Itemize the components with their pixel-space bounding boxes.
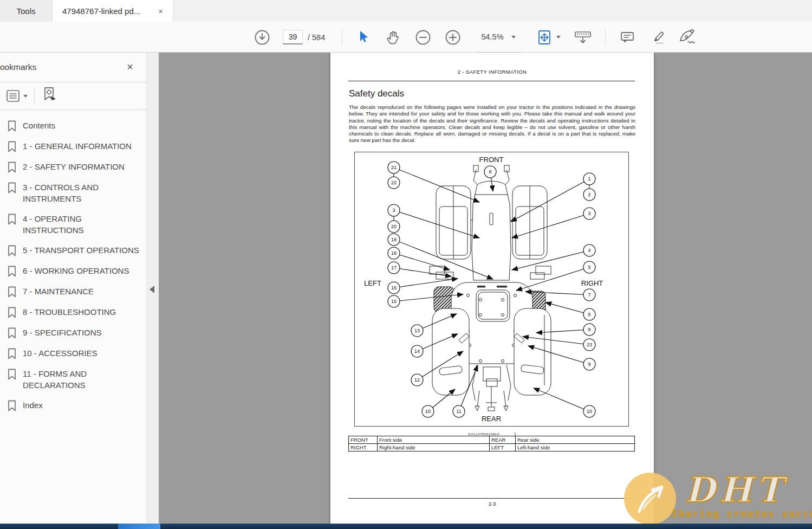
callout-number: 10 — [425, 409, 431, 414]
callout-number: 6 — [588, 312, 590, 317]
pdf-viewer-app: Tools 47948767-linked pd... × / 584 — [0, 0, 812, 529]
highlighter-icon[interactable] — [648, 22, 667, 53]
callout-arrow — [394, 279, 458, 288]
safety-decals-figure: FRONT REAR LEFT RIGHT — [354, 152, 629, 427]
page-fit-icon[interactable] — [535, 22, 554, 53]
callout-number: 13 — [414, 328, 420, 333]
comment-icon[interactable] — [618, 22, 637, 53]
callout-number: 11 — [456, 409, 461, 414]
select-cursor-icon[interactable] — [355, 22, 372, 53]
legend-table: FRONT Front side REAR Rear side RIGHT Ri… — [348, 436, 635, 451]
callout-number: 10 — [587, 409, 592, 414]
callout-number: 1 — [588, 176, 590, 182]
tab-bar: Tools 47948767-linked pd... × — [0, 0, 812, 22]
page-number-input[interactable] — [283, 30, 303, 44]
bookmark-item[interactable]: 1 - GENERAL INFORMATION — [8, 140, 143, 152]
bookmark-item-label: 5 - TRANSPORT OPERATIONS — [23, 244, 139, 256]
zoom-caret-icon — [511, 36, 516, 38]
legend-cell: Rear side — [516, 436, 635, 444]
bookmarks-header: ookmarks × — [0, 53, 146, 82]
bookmark-item[interactable]: 11 - FORMS AND DECLARATIONS — [8, 368, 143, 391]
callout-number: 15 — [391, 299, 397, 304]
bottom-bar — [0, 524, 812, 529]
callout-number: 5 — [588, 264, 590, 270]
bookmark-item-label: 6 - WORKING OPERATIONS — [23, 265, 129, 277]
toolbar-separator — [605, 29, 606, 46]
callout-number: 3 — [588, 211, 590, 216]
bottom-bar-highlight — [118, 524, 160, 529]
callout-number: 14 — [414, 349, 420, 354]
page-total-label: / 584 — [308, 22, 325, 53]
callout-number: 23 — [587, 342, 592, 347]
collapse-left-icon[interactable] — [150, 286, 154, 293]
bookmark-item[interactable]: 9 - SPECIFICATIONS — [8, 327, 143, 339]
legend-cell: LEFT — [490, 444, 516, 451]
bookmark-item[interactable]: 7 - MAINTENANCE — [8, 286, 143, 298]
tab-document-label: 47948767-linked pd... — [62, 7, 140, 16]
bookmark-item-label: 4 - OPERATING INSTRUCTIONS — [23, 213, 143, 236]
tab-close-icon[interactable]: × — [158, 7, 163, 15]
bookmark-item-label: Contents — [23, 120, 55, 132]
legend-cell: REAR — [490, 436, 516, 444]
bookmark-item-label: 8 - TROUBLESHOOTING — [23, 306, 116, 318]
bookmark-item[interactable]: 4 - OPERATING INSTRUCTIONS — [8, 213, 143, 236]
bookmark-item-label: Index — [23, 399, 43, 411]
legend-cell: FRONT — [349, 436, 378, 444]
legend-cell: RIGHT — [349, 444, 378, 451]
bookmark-list: Contents1 - GENERAL INFORMATION2 - SAFET… — [0, 110, 146, 411]
tab-tools[interactable]: Tools — [0, 0, 53, 22]
bookmark-item-label: 11 - FORMS AND DECLARATIONS — [23, 368, 143, 391]
bookmarks-title: ookmarks — [0, 62, 36, 72]
header-rule — [348, 81, 635, 81]
callout-number: 8 — [489, 169, 491, 175]
bookmark-item[interactable]: 10 - ACCESSORIES — [8, 347, 143, 359]
scrolling-mode-icon[interactable] — [573, 22, 593, 53]
download-icon[interactable] — [254, 22, 271, 53]
page-fit-caret-icon[interactable] — [555, 22, 562, 53]
bookmark-item-label: 2 - SAFETY INFORMATION — [23, 161, 125, 173]
zoom-level-control[interactable]: 54.5% — [475, 22, 522, 53]
legend-cell: Front side — [378, 436, 490, 444]
callout-number: 3 — [392, 208, 395, 213]
callout-number: 16 — [391, 285, 397, 291]
label-left: LEFT — [364, 279, 381, 287]
main-toolbar: / 584 54.5% — [0, 22, 812, 53]
zoom-in-icon[interactable] — [445, 22, 461, 53]
label-right: RIGHT — [581, 279, 603, 287]
callout-number: 9 — [588, 362, 590, 367]
table-row: RIGHT Right-hand side LEFT Left-hand sid… — [349, 444, 635, 451]
sign-icon[interactable] — [677, 22, 699, 53]
goto-bookmark-icon[interactable] — [41, 86, 57, 106]
bookmark-item[interactable]: 8 - TROUBLESHOOTING — [8, 306, 143, 318]
bookmark-item[interactable]: 3 - CONTROLS AND INSTRUMENTS — [8, 182, 143, 204]
bookmarks-close-icon[interactable]: × — [127, 61, 133, 72]
callout-number: 12 — [414, 377, 420, 383]
bookmark-item[interactable]: 2 - SAFETY INFORMATION — [8, 161, 143, 173]
legend-cell: Right-hand side — [378, 444, 490, 451]
sidebar-collapse-strip[interactable] — [146, 53, 159, 529]
page-running-header: 2 - SAFETY INFORMATION — [330, 69, 654, 75]
legend-cell: Left-hand side — [516, 444, 635, 451]
zoom-value: 54.5% — [481, 33, 503, 41]
zoom-out-icon[interactable] — [415, 22, 431, 53]
bookmark-item[interactable]: Index — [8, 399, 143, 411]
bookmarks-toolbar — [0, 82, 146, 110]
callout-number: 22 — [391, 180, 397, 185]
callout-number: 4 — [588, 248, 590, 253]
page-number-footer: 2-3 — [330, 501, 654, 507]
bookmark-item[interactable]: Contents — [8, 120, 143, 132]
bookmark-item[interactable]: 6 - WORKING OPERATIONS — [8, 265, 143, 277]
tractor-figure-svg: FRONT REAR LEFT RIGHT — [355, 152, 628, 426]
hand-tool-icon[interactable] — [385, 22, 401, 53]
bookmark-item-label: 10 - ACCESSORIES — [23, 347, 98, 359]
tractor-drawing — [430, 165, 551, 411]
tab-document[interactable]: 47948767-linked pd... × — [53, 0, 173, 22]
bookmarks-options-icon[interactable] — [5, 88, 28, 104]
callout-number: 21 — [391, 165, 397, 170]
bookmark-item[interactable]: 5 - TRANSPORT OPERATIONS — [8, 244, 143, 256]
callout-arrow — [534, 388, 589, 411]
bookmarks-toolbar-separator — [34, 87, 35, 105]
pdf-page: 2 - SAFETY INFORMATION Safety decals The… — [330, 53, 654, 529]
document-canvas[interactable]: 2 - SAFETY INFORMATION Safety decals The… — [159, 53, 812, 529]
table-row: FRONT Front side REAR Rear side — [349, 436, 635, 444]
